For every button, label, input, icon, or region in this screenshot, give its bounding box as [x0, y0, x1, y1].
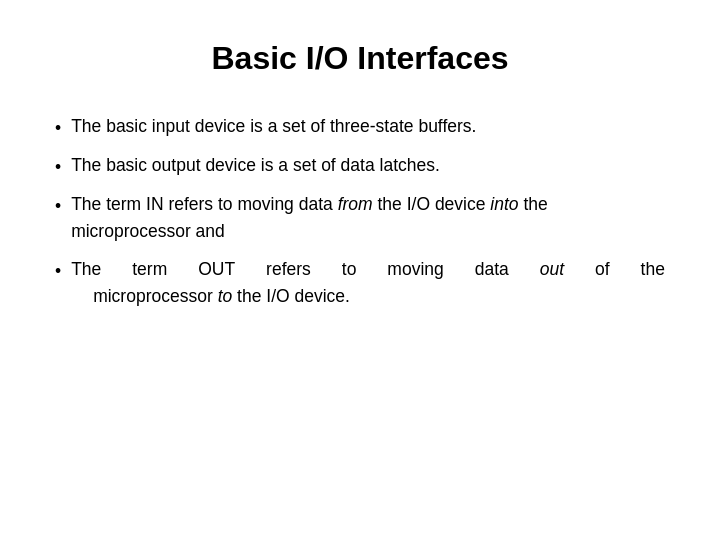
slide-title: Basic I/O Interfaces	[55, 40, 665, 77]
italic-from: from	[338, 194, 373, 214]
list-item: • The basic output device is a set of da…	[55, 152, 665, 181]
slide: Basic I/O Interfaces • The basic input d…	[0, 0, 720, 540]
list-item: • The term OUT refers to moving data out	[55, 256, 665, 310]
list-item: • The term IN refers to moving data from…	[55, 191, 665, 245]
bullet-point: •	[55, 115, 61, 142]
italic-into: into	[490, 194, 518, 214]
justified-line: The term OUT refers to moving data out o…	[71, 256, 665, 283]
bullet-point: •	[55, 154, 61, 181]
bullet-list: • The basic input device is a set of thr…	[55, 113, 665, 310]
bullet-point: •	[55, 258, 61, 285]
bullet-text-1: The basic input device is a set of three…	[71, 113, 665, 140]
slide-content: • The basic input device is a set of thr…	[55, 113, 665, 320]
bullet-point: •	[55, 193, 61, 220]
justified-text: The term OUT refers to moving data out o…	[71, 256, 665, 283]
list-item: • The basic input device is a set of thr…	[55, 113, 665, 142]
italic-out: out	[540, 256, 564, 283]
bullet-text-4: The term OUT refers to moving data out o…	[71, 256, 665, 310]
bullet-text-2: The basic output device is a set of data…	[71, 152, 665, 179]
bullet-text-3: The term IN refers to moving data from t…	[71, 191, 665, 245]
italic-to: to	[218, 286, 233, 306]
continuation-line: microprocessor to the I/O device.	[71, 286, 350, 306]
